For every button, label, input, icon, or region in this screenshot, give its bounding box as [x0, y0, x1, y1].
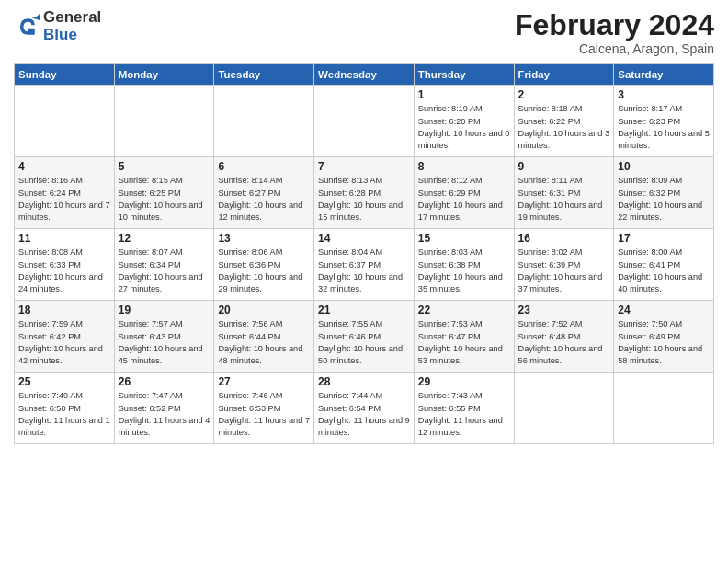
cell-w3-d2: 20Sunrise: 7:56 AM Sunset: 6:44 PM Dayli…	[214, 301, 314, 373]
day-number: 16	[518, 232, 610, 245]
logo-text: General Blue	[43, 9, 101, 43]
cell-w2-d0: 11Sunrise: 8:08 AM Sunset: 6:33 PM Dayli…	[15, 229, 115, 301]
day-info: Sunrise: 7:49 AM Sunset: 6:50 PM Dayligh…	[18, 390, 110, 439]
cell-w0-d6: 3Sunrise: 8:17 AM Sunset: 6:23 PM Daylig…	[614, 86, 714, 157]
logo: General Blue	[14, 9, 101, 43]
day-info: Sunrise: 7:53 AM Sunset: 6:47 PM Dayligh…	[418, 318, 510, 367]
week-row-4: 25Sunrise: 7:49 AM Sunset: 6:50 PM Dayli…	[15, 373, 714, 444]
day-number: 12	[119, 232, 210, 245]
day-number: 17	[618, 232, 710, 245]
week-row-2: 11Sunrise: 8:08 AM Sunset: 6:33 PM Dayli…	[15, 229, 714, 301]
cell-w2-d1: 12Sunrise: 8:07 AM Sunset: 6:34 PM Dayli…	[114, 229, 214, 301]
day-number: 3	[618, 88, 710, 101]
logo-icon	[14, 14, 40, 40]
week-row-0: 1Sunrise: 8:19 AM Sunset: 6:20 PM Daylig…	[15, 86, 714, 157]
cell-w3-d1: 19Sunrise: 7:57 AM Sunset: 6:43 PM Dayli…	[114, 301, 214, 373]
day-number: 5	[119, 160, 210, 173]
calendar-header: General Blue February 2024 Calcena, Arag…	[14, 9, 714, 56]
cell-w3-d4: 22Sunrise: 7:53 AM Sunset: 6:47 PM Dayli…	[414, 301, 514, 373]
cell-w4-d5	[514, 373, 614, 444]
day-number: 4	[18, 160, 110, 173]
day-info: Sunrise: 8:13 AM Sunset: 6:28 PM Dayligh…	[318, 175, 410, 224]
day-number: 2	[518, 88, 610, 101]
day-number: 15	[418, 232, 510, 245]
day-info: Sunrise: 8:03 AM Sunset: 6:38 PM Dayligh…	[418, 247, 510, 295]
cell-w3-d5: 23Sunrise: 7:52 AM Sunset: 6:48 PM Dayli…	[514, 301, 614, 373]
day-info: Sunrise: 7:43 AM Sunset: 6:55 PM Dayligh…	[418, 390, 510, 439]
day-number: 7	[318, 160, 410, 173]
day-number: 24	[618, 304, 710, 316]
cell-w1-d6: 10Sunrise: 8:09 AM Sunset: 6:32 PM Dayli…	[614, 157, 714, 229]
cell-w0-d4: 1Sunrise: 8:19 AM Sunset: 6:20 PM Daylig…	[414, 86, 514, 157]
cell-w4-d1: 26Sunrise: 7:47 AM Sunset: 6:52 PM Dayli…	[114, 373, 214, 444]
cell-w0-d5: 2Sunrise: 8:18 AM Sunset: 6:22 PM Daylig…	[514, 86, 614, 157]
col-friday: Friday	[514, 64, 614, 86]
day-number: 27	[218, 375, 310, 388]
col-tuesday: Tuesday	[214, 64, 314, 86]
day-number: 1	[418, 88, 510, 101]
day-number: 11	[18, 232, 110, 245]
day-info: Sunrise: 8:09 AM Sunset: 6:32 PM Dayligh…	[618, 175, 710, 224]
day-number: 19	[119, 304, 210, 316]
day-number: 8	[418, 160, 510, 173]
cell-w0-d2	[214, 86, 314, 157]
day-number: 21	[318, 304, 410, 316]
cell-w2-d4: 15Sunrise: 8:03 AM Sunset: 6:38 PM Dayli…	[414, 229, 514, 301]
day-info: Sunrise: 7:47 AM Sunset: 6:52 PM Dayligh…	[119, 390, 210, 439]
day-info: Sunrise: 8:17 AM Sunset: 6:23 PM Dayligh…	[618, 103, 710, 152]
day-info: Sunrise: 8:07 AM Sunset: 6:34 PM Dayligh…	[119, 247, 210, 295]
cell-w4-d6	[614, 373, 714, 444]
cell-w4-d2: 27Sunrise: 7:46 AM Sunset: 6:53 PM Dayli…	[214, 373, 314, 444]
day-info: Sunrise: 8:08 AM Sunset: 6:33 PM Dayligh…	[18, 247, 110, 295]
day-number: 22	[418, 304, 510, 316]
day-number: 6	[218, 160, 310, 173]
cell-w2-d5: 16Sunrise: 8:02 AM Sunset: 6:39 PM Dayli…	[514, 229, 614, 301]
logo-blue: Blue	[43, 27, 101, 44]
col-monday: Monday	[114, 64, 214, 86]
cell-w1-d0: 4Sunrise: 8:16 AM Sunset: 6:24 PM Daylig…	[15, 157, 115, 229]
cell-w3-d0: 18Sunrise: 7:59 AM Sunset: 6:42 PM Dayli…	[15, 301, 115, 373]
day-number: 25	[18, 375, 110, 388]
cell-w4-d0: 25Sunrise: 7:49 AM Sunset: 6:50 PM Dayli…	[15, 373, 115, 444]
day-number: 18	[18, 304, 110, 316]
day-number: 26	[119, 375, 210, 388]
cell-w2-d2: 13Sunrise: 8:06 AM Sunset: 6:36 PM Dayli…	[214, 229, 314, 301]
cell-w2-d6: 17Sunrise: 8:00 AM Sunset: 6:41 PM Dayli…	[614, 229, 714, 301]
day-number: 23	[518, 304, 610, 316]
col-wednesday: Wednesday	[314, 64, 415, 86]
cell-w3-d3: 21Sunrise: 7:55 AM Sunset: 6:46 PM Dayli…	[314, 301, 415, 373]
day-info: Sunrise: 7:56 AM Sunset: 6:44 PM Dayligh…	[218, 318, 310, 367]
day-info: Sunrise: 8:02 AM Sunset: 6:39 PM Dayligh…	[518, 247, 610, 295]
day-info: Sunrise: 8:04 AM Sunset: 6:37 PM Dayligh…	[318, 247, 410, 295]
title-block: February 2024 Calcena, Aragon, Spain	[515, 9, 714, 56]
day-info: Sunrise: 7:55 AM Sunset: 6:46 PM Dayligh…	[318, 318, 410, 367]
day-info: Sunrise: 8:00 AM Sunset: 6:41 PM Dayligh…	[618, 247, 710, 295]
day-number: 14	[318, 232, 410, 245]
month-title: February 2024	[515, 9, 714, 41]
cell-w0-d3	[314, 86, 415, 157]
day-info: Sunrise: 7:52 AM Sunset: 6:48 PM Dayligh…	[518, 318, 610, 367]
day-info: Sunrise: 7:59 AM Sunset: 6:42 PM Dayligh…	[18, 318, 110, 367]
day-info: Sunrise: 8:14 AM Sunset: 6:27 PM Dayligh…	[218, 175, 310, 224]
cell-w0-d1	[114, 86, 214, 157]
location-text: Calcena, Aragon, Spain	[515, 41, 714, 56]
cell-w0-d0	[15, 86, 115, 157]
calendar-container: General Blue February 2024 Calcena, Arag…	[0, 0, 728, 449]
cell-w2-d3: 14Sunrise: 8:04 AM Sunset: 6:37 PM Dayli…	[314, 229, 415, 301]
cell-w4-d4: 29Sunrise: 7:43 AM Sunset: 6:55 PM Dayli…	[414, 373, 514, 444]
day-number: 28	[318, 375, 410, 388]
day-info: Sunrise: 7:57 AM Sunset: 6:43 PM Dayligh…	[119, 318, 210, 367]
cell-w1-d5: 9Sunrise: 8:11 AM Sunset: 6:31 PM Daylig…	[514, 157, 614, 229]
day-info: Sunrise: 8:16 AM Sunset: 6:24 PM Dayligh…	[18, 175, 110, 224]
calendar-table: Sunday Monday Tuesday Wednesday Thursday…	[14, 63, 714, 444]
header-row: Sunday Monday Tuesday Wednesday Thursday…	[15, 64, 714, 86]
col-sunday: Sunday	[15, 64, 115, 86]
cell-w3-d6: 24Sunrise: 7:50 AM Sunset: 6:49 PM Dayli…	[614, 301, 714, 373]
day-info: Sunrise: 7:50 AM Sunset: 6:49 PM Dayligh…	[618, 318, 710, 367]
col-thursday: Thursday	[414, 64, 514, 86]
day-info: Sunrise: 7:44 AM Sunset: 6:54 PM Dayligh…	[318, 390, 410, 439]
day-info: Sunrise: 8:06 AM Sunset: 6:36 PM Dayligh…	[218, 247, 310, 295]
day-info: Sunrise: 8:18 AM Sunset: 6:22 PM Dayligh…	[518, 103, 610, 152]
day-info: Sunrise: 8:19 AM Sunset: 6:20 PM Dayligh…	[418, 103, 510, 152]
logo-general: General	[43, 9, 101, 27]
